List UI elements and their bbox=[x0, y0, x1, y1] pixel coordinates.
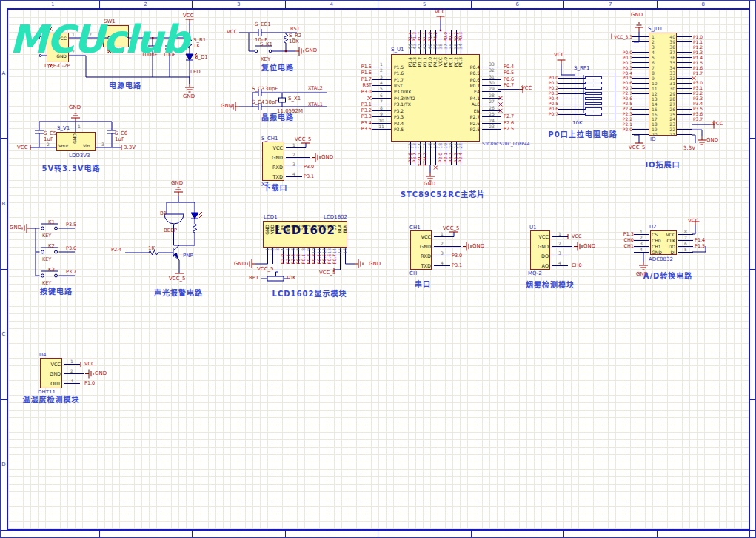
net-label: P0.1 bbox=[301, 254, 306, 264]
pin-number: 1 bbox=[64, 359, 80, 364]
pin-row: 23 bbox=[663, 122, 703, 127]
ruler-column-label: 6 bbox=[472, 1, 565, 8]
capacitor-value: 30pF bbox=[265, 87, 278, 92]
block-caption: 串口 bbox=[415, 281, 431, 288]
pin-wire: 23 bbox=[482, 129, 501, 130]
ruler-tick bbox=[749, 8, 755, 139]
net-label: P0.1 bbox=[449, 32, 453, 41]
pin-name: VDD bbox=[270, 225, 275, 234]
pin-name: VCC bbox=[41, 362, 62, 368]
key-rows[interactable]: K1 P3.5 KEY K2 P3.6 KEY K3 P3.7 KEY bbox=[30, 216, 97, 288]
pin-number: 36 bbox=[663, 55, 677, 60]
block-caption: 烟雾检测模块 bbox=[526, 282, 575, 289]
pin-name: GND bbox=[264, 155, 284, 161]
pin-wire bbox=[677, 104, 692, 104]
pin-wire bbox=[558, 114, 585, 115]
net-label: P0.4 bbox=[501, 64, 514, 70]
pin-wire bbox=[677, 129, 692, 130]
part-name: LDO3V3 bbox=[69, 153, 90, 159]
net-label: P1.3 bbox=[692, 50, 703, 55]
pin-number: 3 bbox=[286, 162, 302, 167]
designator: S_K1 bbox=[260, 42, 272, 47]
power-net-label: VCC bbox=[521, 86, 532, 91]
pin-wire bbox=[632, 119, 649, 119]
pin-name: D6 bbox=[327, 225, 332, 230]
pin-number: 3 bbox=[634, 241, 649, 246]
net-label: P0.7 bbox=[332, 254, 337, 264]
pin-wire bbox=[677, 47, 692, 47]
pin-row: P4.1 28 bbox=[437, 95, 514, 101]
block-caption: 声光报警电路 bbox=[154, 290, 203, 297]
schematic-sheet[interactable]: 12345678 ABCD MCUclub bbox=[0, 0, 756, 538]
pin-number: 23 bbox=[663, 122, 677, 127]
pin-number: 13 bbox=[327, 248, 332, 254]
pin-number: 4 bbox=[372, 80, 391, 85]
pin-number: 4 bbox=[634, 247, 649, 252]
pin-name: EA bbox=[437, 89, 482, 94]
pin-number: 6 bbox=[649, 60, 655, 65]
net-label: P1.4 bbox=[693, 238, 705, 243]
pin-wire bbox=[677, 114, 692, 115]
part-name: TYPE-C-2P bbox=[44, 64, 70, 69]
pin-number: 28 bbox=[663, 96, 677, 102]
pin-name: P0.6 bbox=[437, 77, 482, 82]
pin-name: D4 bbox=[317, 225, 321, 230]
pin-number: 33 bbox=[663, 70, 677, 76]
power-net-label: VCC bbox=[227, 30, 238, 35]
power-net-label: GND bbox=[69, 105, 81, 110]
pin-name: GND bbox=[412, 244, 432, 250]
ruler-column-label: 7 bbox=[564, 1, 658, 8]
pin-number: 34 bbox=[663, 65, 677, 70]
power-net-label: GND bbox=[95, 371, 107, 376]
pin-name: GND bbox=[532, 244, 550, 250]
pin-number: 2 bbox=[649, 39, 655, 44]
net-label: P1.5 bbox=[693, 244, 705, 249]
pin-row: P2.7 25 P2.7 bbox=[437, 114, 514, 120]
adc-right-rows: VCC 8 CLK 7 P1.4 DO 6 P1.5 DI 5 bbox=[652, 231, 705, 255]
pin-wire bbox=[632, 104, 649, 104]
net-label: P0.1 bbox=[598, 56, 632, 60]
key-switch[interactable]: K3 P3.7 KEY bbox=[30, 264, 97, 288]
pin-number: 4 bbox=[281, 248, 285, 251]
power-net-label: GND bbox=[234, 262, 246, 267]
part-name: LCD1602 bbox=[324, 215, 347, 220]
key-switch[interactable]: K2 P3.6 KEY bbox=[30, 240, 97, 264]
net-label: P1.4 bbox=[692, 56, 703, 60]
pin-row: P3.5 11 P3.5 bbox=[352, 126, 415, 132]
key-switch[interactable]: K1 P3.5 KEY bbox=[30, 216, 97, 240]
designator: S_RP1 bbox=[574, 66, 589, 71]
net-label: P2.0 bbox=[598, 127, 632, 132]
pin-column: P0.3 34 P0.3 bbox=[458, 30, 464, 75]
designator: RP1 bbox=[249, 276, 259, 281]
smoke-rows: VCC 1 VCC GND 2 DO 3 AO 4 CH0 bbox=[532, 232, 582, 270]
pin-name: D7 bbox=[332, 225, 337, 230]
net-label: P0.3 bbox=[458, 32, 463, 41]
pin-number: 7 bbox=[678, 235, 693, 240]
pin-wire bbox=[558, 88, 585, 89]
pin-wire: 1 bbox=[434, 236, 450, 237]
pin-name: P4.3/INT2 bbox=[391, 96, 415, 101]
pin-number: 32 bbox=[482, 67, 501, 73]
pin-number: 9 bbox=[372, 111, 391, 116]
ruler-tick bbox=[749, 270, 755, 400]
pin-wire bbox=[677, 124, 692, 124]
pin-row: DI 5 bbox=[652, 249, 705, 255]
pin-number: 4 bbox=[434, 260, 450, 265]
ruler-tick bbox=[7, 529, 100, 537]
pin-number: 6 bbox=[372, 93, 391, 98]
part-label: KEY bbox=[42, 280, 51, 286]
power-net-label: GND bbox=[472, 244, 484, 249]
pin-row: 24 P3.7 bbox=[663, 117, 703, 122]
part-name: IO bbox=[650, 137, 656, 142]
pin-name: P3.2 bbox=[391, 108, 404, 113]
pin-number: 15 bbox=[338, 248, 342, 254]
pin-number: 15 bbox=[649, 107, 658, 112]
pin-number: 8 bbox=[301, 248, 306, 251]
power-net-label: VCC_5 bbox=[257, 267, 274, 272]
pin-number: 5 bbox=[286, 248, 290, 251]
pin-row: P2.5 23 P2.5 bbox=[437, 126, 514, 132]
pin-name: TXD bbox=[264, 174, 284, 180]
capacitor-value: 1uF bbox=[44, 137, 53, 142]
pin-wire: 4 bbox=[434, 265, 450, 266]
pin-name: D1 bbox=[301, 225, 306, 230]
